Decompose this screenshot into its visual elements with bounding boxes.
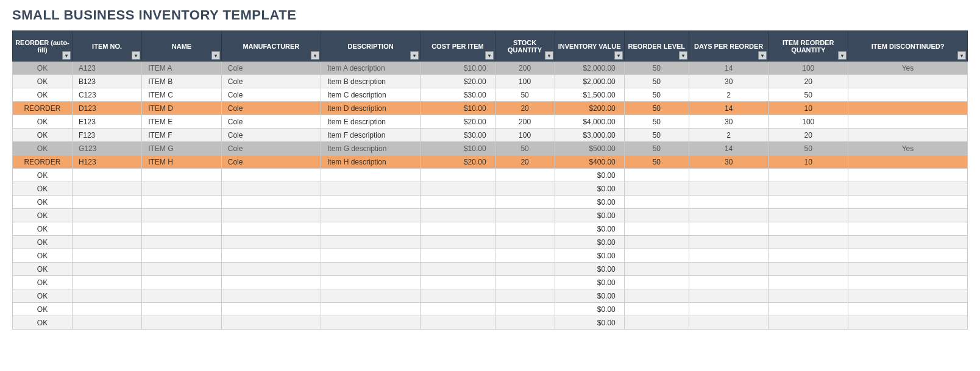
cell-item_no[interactable]: E123 [72,115,141,129]
cell-reorder_level[interactable] [624,289,689,303]
cell-days[interactable] [689,196,769,209]
cell-stock[interactable]: 50 [495,88,555,102]
cell-item_no[interactable] [72,209,141,222]
table-row[interactable]: REORDERD123ITEM DColeItem D description$… [13,102,968,115]
cell-item_no[interactable] [72,303,141,316]
cell-manufacturer[interactable] [221,169,321,182]
filter-dropdown-icon[interactable]: ▾ [485,51,494,60]
cell-reorder_level[interactable] [624,316,689,330]
table-row[interactable]: OK$0.00 [13,249,968,263]
cell-inv_value[interactable]: $0.00 [555,222,624,236]
cell-days[interactable]: 30 [689,115,769,129]
cell-inv_value[interactable]: $0.00 [555,169,624,182]
cell-name[interactable] [142,169,222,182]
cell-cost[interactable] [421,222,495,236]
cell-reorder_qty[interactable] [769,263,848,276]
cell-cost[interactable]: $30.00 [421,129,495,142]
cell-days[interactable] [689,263,769,276]
cell-description[interactable]: Item B description [321,75,420,88]
cell-days[interactable] [689,249,769,263]
column-header[interactable]: DESCRIPTION▾ [321,31,420,62]
cell-reorder_qty[interactable]: 10 [769,102,848,115]
cell-manufacturer[interactable]: Cole [221,75,321,88]
cell-discontinued[interactable] [848,115,968,129]
cell-name[interactable] [142,316,222,330]
cell-days[interactable] [689,303,769,316]
cell-manufacturer[interactable]: Cole [221,142,321,155]
cell-discontinued[interactable] [848,169,968,182]
cell-description[interactable] [321,276,420,289]
cell-description[interactable]: Item G description [321,142,420,155]
cell-days[interactable] [689,169,769,182]
table-row[interactable]: OK$0.00 [13,169,968,182]
cell-discontinued[interactable] [848,222,968,236]
cell-reorder_qty[interactable] [769,236,848,249]
cell-inv_value[interactable]: $0.00 [555,182,624,196]
cell-cost[interactable]: $10.00 [421,62,495,75]
table-row[interactable]: OKG123ITEM GColeItem G description$10.00… [13,142,968,155]
cell-manufacturer[interactable]: Cole [221,155,321,169]
cell-description[interactable] [321,316,420,330]
column-header[interactable]: STOCK QUANTITY▾ [495,31,555,62]
cell-reorder[interactable]: OK [13,249,73,263]
filter-dropdown-icon[interactable]: ▾ [311,51,319,60]
cell-days[interactable]: 2 [689,129,769,142]
cell-description[interactable]: Item C description [321,88,420,102]
cell-item_no[interactable]: D123 [72,102,141,115]
cell-description[interactable] [321,222,420,236]
cell-reorder_level[interactable] [624,196,689,209]
cell-reorder[interactable]: OK [13,169,73,182]
cell-discontinued[interactable] [848,263,968,276]
cell-manufacturer[interactable]: Cole [221,115,321,129]
cell-name[interactable]: ITEM A [142,62,222,75]
cell-reorder_level[interactable] [624,182,689,196]
cell-reorder_qty[interactable]: 100 [769,62,848,75]
cell-days[interactable]: 30 [689,155,769,169]
cell-reorder[interactable]: OK [13,142,73,155]
filter-dropdown-icon[interactable]: ▾ [614,51,623,60]
filter-dropdown-icon[interactable]: ▾ [758,51,767,60]
cell-reorder[interactable]: OK [13,316,73,330]
table-row[interactable]: OK$0.00 [13,289,968,303]
cell-cost[interactable] [421,209,495,222]
cell-reorder_qty[interactable]: 100 [769,115,848,129]
cell-cost[interactable] [421,249,495,263]
filter-dropdown-icon[interactable]: ▾ [838,51,847,60]
cell-description[interactable] [321,196,420,209]
filter-dropdown-icon[interactable]: ▾ [211,51,220,60]
cell-cost[interactable] [421,316,495,330]
cell-item_no[interactable] [72,222,141,236]
cell-name[interactable]: ITEM H [142,155,222,169]
cell-stock[interactable]: 100 [495,129,555,142]
cell-reorder_qty[interactable] [769,276,848,289]
cell-inv_value[interactable]: $0.00 [555,236,624,249]
cell-name[interactable] [142,289,222,303]
cell-discontinued[interactable] [848,236,968,249]
cell-reorder[interactable]: OK [13,182,73,196]
cell-manufacturer[interactable] [221,289,321,303]
filter-dropdown-icon[interactable]: ▾ [62,51,71,60]
cell-stock[interactable] [495,263,555,276]
cell-inv_value[interactable]: $400.00 [555,155,624,169]
cell-reorder_qty[interactable] [769,316,848,330]
cell-reorder_level[interactable]: 50 [624,62,689,75]
cell-reorder_qty[interactable]: 20 [769,75,848,88]
cell-description[interactable]: Item H description [321,155,420,169]
cell-stock[interactable] [495,169,555,182]
cell-item_no[interactable]: G123 [72,142,141,155]
cell-inv_value[interactable]: $0.00 [555,316,624,330]
cell-description[interactable] [321,169,420,182]
cell-reorder[interactable]: OK [13,88,73,102]
cell-reorder[interactable]: OK [13,236,73,249]
cell-manufacturer[interactable] [221,249,321,263]
cell-reorder_qty[interactable] [769,249,848,263]
cell-inv_value[interactable]: $0.00 [555,249,624,263]
cell-inv_value[interactable]: $4,000.00 [555,115,624,129]
cell-item_no[interactable] [72,316,141,330]
cell-reorder_level[interactable]: 50 [624,102,689,115]
column-header[interactable]: DAYS PER REORDER▾ [689,31,769,62]
cell-description[interactable]: Item A description [321,62,420,75]
cell-cost[interactable]: $10.00 [421,102,495,115]
table-row[interactable]: OK$0.00 [13,196,968,209]
cell-discontinued[interactable]: Yes [848,62,968,75]
